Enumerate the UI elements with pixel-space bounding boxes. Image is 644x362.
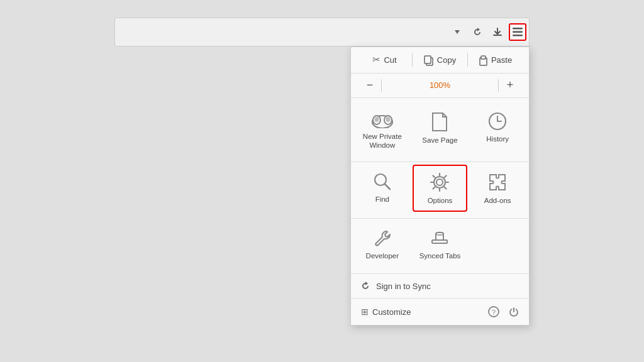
- svg-rect-1: [513, 28, 523, 30]
- wrench-icon: [373, 229, 392, 248]
- svg-rect-20: [432, 240, 447, 243]
- history-button[interactable]: History: [470, 104, 525, 157]
- synced-tabs-button[interactable]: Synced Tabs: [413, 221, 468, 267]
- add-ons-button[interactable]: Add-ons: [470, 165, 525, 212]
- svg-point-21: [436, 233, 443, 235]
- new-private-window-button[interactable]: New PrivateWindow: [355, 104, 410, 157]
- copy-icon: [424, 54, 434, 66]
- browser-area: ✂ Cut Copy: [114, 18, 530, 344]
- cut-label: Cut: [384, 55, 396, 65]
- bottom-bar: ⊞ Customize ?: [351, 299, 529, 325]
- options-label: Options: [428, 196, 453, 206]
- svg-rect-3: [513, 35, 523, 36]
- power-button[interactable]: [505, 303, 523, 321]
- save-page-button[interactable]: Save Page: [413, 104, 468, 157]
- scissors-icon: ✂: [372, 54, 380, 65]
- copy-button[interactable]: Copy: [413, 51, 467, 69]
- gear-icon: [430, 172, 450, 192]
- zoom-value[interactable]: 100%: [382, 80, 498, 90]
- svg-point-12: [386, 117, 390, 122]
- toolbar: [114, 18, 530, 47]
- svg-rect-7: [481, 56, 486, 59]
- customize-button[interactable]: ⊞ Customize: [357, 304, 482, 319]
- icon-grid-row2: Find Options: [351, 162, 529, 219]
- paste-icon: [479, 54, 488, 66]
- clock-icon: [488, 112, 507, 131]
- paste-button[interactable]: Paste: [468, 51, 523, 69]
- refresh-button[interactable]: [469, 23, 486, 41]
- page-icon: [431, 112, 448, 132]
- svg-text:?: ?: [492, 309, 496, 316]
- svg-marker-0: [455, 30, 460, 34]
- add-ons-label: Add-ons: [484, 196, 511, 206]
- edit-row: ✂ Cut Copy: [351, 47, 529, 74]
- developer-button[interactable]: Developer: [355, 221, 410, 267]
- download-button[interactable]: [489, 23, 506, 41]
- menu-panel: ✂ Cut Copy: [350, 47, 530, 326]
- sync-icon: [360, 280, 371, 292]
- mask-icon: [372, 112, 393, 128]
- find-button[interactable]: Find: [355, 165, 410, 212]
- cut-button[interactable]: ✂ Cut: [357, 51, 412, 69]
- plus-square-icon: ⊞: [361, 307, 369, 317]
- zoom-row: − 100% +: [351, 74, 529, 98]
- empty-cell: [470, 221, 525, 267]
- icon-grid-row1: New PrivateWindow Save Page: [351, 98, 529, 163]
- paste-label: Paste: [491, 55, 512, 65]
- svg-point-19: [434, 177, 445, 188]
- svg-rect-2: [513, 31, 523, 33]
- menu-button[interactable]: [509, 23, 526, 41]
- svg-point-11: [374, 117, 379, 122]
- svg-point-18: [436, 179, 443, 185]
- developer-label: Developer: [366, 251, 399, 261]
- synced-tabs-label: Synced Tabs: [419, 251, 461, 261]
- svg-line-17: [385, 184, 390, 189]
- zoom-in-button[interactable]: +: [499, 77, 521, 94]
- search-icon: [373, 172, 392, 191]
- icon-grid-row3: Developer Synced Tabs: [351, 219, 529, 274]
- help-button[interactable]: ?: [485, 303, 502, 321]
- new-private-window-label: New PrivateWindow: [363, 132, 402, 151]
- customize-label: Customize: [372, 307, 411, 317]
- svg-rect-5: [425, 56, 431, 63]
- options-button[interactable]: Options: [413, 165, 468, 212]
- hat-icon: [430, 229, 450, 248]
- sign-in-to-sync-button[interactable]: Sign in to Sync: [351, 274, 529, 299]
- puzzle-icon: [487, 172, 508, 192]
- sign-in-to-sync-label: Sign in to Sync: [376, 282, 431, 291]
- zoom-out-button[interactable]: −: [358, 77, 381, 94]
- dropdown-button[interactable]: [448, 23, 466, 41]
- find-label: Find: [375, 195, 389, 204]
- copy-label: Copy: [437, 55, 456, 65]
- history-label: History: [486, 134, 509, 144]
- save-page-label: Save Page: [422, 136, 457, 145]
